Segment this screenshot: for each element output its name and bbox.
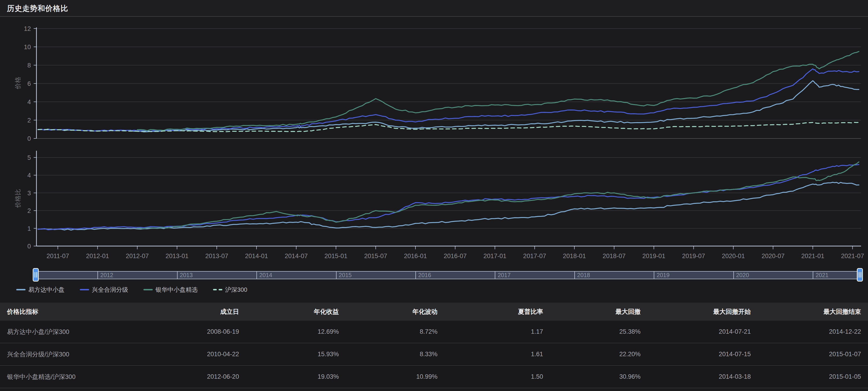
- column-header: 年化收益: [239, 307, 339, 316]
- column-header: 最大回撤: [543, 307, 641, 316]
- table-row: 兴全合润分级/沪深3002010-04-2215.93%8.33%1.6122.…: [0, 343, 868, 366]
- slider-year-segment[interactable]: 2018: [575, 271, 590, 279]
- slider-year-label: 2015: [339, 272, 352, 279]
- table-cell: 2015-01-07: [751, 351, 861, 358]
- table-cell: 2012-06-20: [137, 373, 239, 380]
- legend-item-沪深300[interactable]: 沪深300: [213, 286, 247, 294]
- legend-swatch-icon: [213, 289, 222, 290]
- chart-legend: 易方达中小盘兴全合润分级银华中小盘精选沪深300: [16, 285, 247, 294]
- x-tick-label: 2021-01: [801, 253, 825, 260]
- series-line-易方达中小盘: [38, 81, 859, 132]
- y-tick-label: 3: [27, 190, 31, 197]
- y-tick-label: 2: [27, 117, 31, 124]
- table-cell: 12.69%: [239, 328, 339, 335]
- x-tick-label: 2019-07: [682, 253, 705, 260]
- y-tick-label: 4: [27, 172, 31, 179]
- table-cell: 2008-06-19: [137, 328, 239, 335]
- y-tick-label: 0: [27, 243, 31, 250]
- table-cell: 1.17: [437, 328, 543, 335]
- series-line-银华中小盘精选/沪深300: [137, 162, 859, 229]
- table-cell: 8.33%: [339, 351, 437, 358]
- table-cell: 19.03%: [239, 373, 339, 380]
- table-row: 易方达中小盘/沪深3002008-06-1912.69%8.72%1.1725.…: [0, 321, 868, 343]
- y-tick-label: 5: [27, 154, 31, 161]
- slider-year-segment[interactable]: 2015: [336, 271, 352, 279]
- slider-year-label: 2013: [180, 272, 193, 279]
- table-cell: 2014-03-18: [641, 373, 751, 380]
- x-tick-label: 2011-07: [46, 253, 69, 260]
- x-tick-label: 2016-01: [404, 253, 427, 260]
- y-tick-label: 12: [24, 25, 31, 32]
- column-header: 成立日: [137, 307, 239, 316]
- y-tick-label: 10: [24, 43, 31, 51]
- slider-year-label: 2018: [577, 272, 590, 279]
- table-cell: 2014-12-22: [751, 328, 861, 335]
- slider-year-segment[interactable]: 2013: [177, 271, 193, 279]
- column-header: 最大回撤开始: [641, 307, 751, 316]
- table-cell: 2015-01-05: [751, 373, 861, 380]
- y-tick-label: 1: [27, 225, 31, 232]
- table-cell: 兴全合润分级/沪深300: [0, 350, 137, 359]
- slider-year-segment[interactable]: 2021: [813, 271, 829, 279]
- datazoom-slider[interactable]: 2012201320142015201620172018201920202021: [36, 271, 860, 279]
- legend-label: 银华中小盘精选: [155, 286, 198, 294]
- table-cell: 25.38%: [543, 328, 641, 335]
- slider-year-label: 2020: [736, 272, 749, 279]
- x-tick-label: 2012-01: [86, 253, 109, 260]
- y-tick-label: 0: [27, 135, 31, 142]
- column-header: 夏普比率: [437, 307, 543, 316]
- slider-year-segment[interactable]: 2020: [734, 271, 749, 279]
- price-ratio-table: 价格比指标成立日年化收益年化波动夏普比率最大回撤最大回撤开始最大回撤结束 易方达…: [0, 303, 868, 388]
- table-cell: 15.93%: [239, 351, 339, 358]
- legend-swatch-icon: [16, 289, 26, 290]
- slider-year-label: 2016: [418, 272, 431, 279]
- y-tick-label: 6: [27, 80, 31, 87]
- legend-item-兴全合润分级[interactable]: 兴全合润分级: [80, 286, 128, 294]
- price-and-ratio-chart[interactable]: 024681012价格012345价格比2011-072012-012012-0…: [0, 0, 868, 306]
- x-tick-label: 2020-07: [762, 253, 784, 260]
- column-header: 年化波动: [339, 307, 437, 316]
- slider-year-segment[interactable]: 2017: [495, 271, 510, 279]
- legend-label: 易方达中小盘: [28, 286, 64, 294]
- x-tick-label: 2015-07: [364, 253, 387, 260]
- column-header: 最大回撤结束: [751, 307, 861, 316]
- x-tick-label: 2017-01: [484, 253, 506, 260]
- datazoom-right-handle-icon[interactable]: [857, 268, 863, 282]
- table-cell: 2014-07-15: [641, 351, 751, 358]
- legend-swatch-icon: [80, 289, 89, 290]
- series-line-兴全合润分级/沪深300: [38, 165, 859, 230]
- table-cell: 银华中小盘精选/沪深300: [0, 373, 137, 381]
- table-cell: 30.96%: [543, 373, 641, 380]
- x-tick-label: 2018-01: [563, 253, 586, 260]
- x-tick-label: 2015-01: [324, 253, 347, 260]
- y-axis-name: 价格: [14, 77, 21, 90]
- legend-item-银华中小盘精选[interactable]: 银华中小盘精选: [144, 286, 198, 294]
- slider-year-label: 2017: [498, 272, 510, 279]
- x-tick-label: 2019-01: [643, 253, 665, 260]
- x-tick-label: 2018-07: [603, 253, 626, 260]
- slider-year-segment[interactable]: 2019: [654, 271, 670, 279]
- table-cell: 2010-04-22: [137, 351, 239, 358]
- slider-year-segment[interactable]: 2012: [97, 271, 113, 279]
- y-tick-label: 2: [27, 207, 31, 214]
- table-row: 银华中小盘精选/沪深3002012-06-2019.03%10.99%1.503…: [0, 366, 868, 388]
- slider-year-label: 2019: [657, 272, 670, 279]
- table-cell: 易方达中小盘/沪深300: [0, 328, 137, 336]
- slider-year-segment[interactable]: 2014: [256, 271, 272, 279]
- legend-label: 沪深300: [225, 286, 247, 294]
- table-cell: 1.50: [437, 373, 543, 380]
- x-tick-label: 2014-01: [245, 253, 268, 260]
- table-cell: 1.61: [437, 351, 543, 358]
- slider-year-segment[interactable]: 2016: [415, 271, 431, 279]
- y-axis-name: 价格比: [14, 189, 21, 208]
- table-body: 易方达中小盘/沪深3002008-06-1912.69%8.72%1.1725.…: [0, 321, 868, 388]
- table-cell: 2014-07-21: [641, 328, 751, 335]
- table-cell: 22.20%: [543, 351, 641, 358]
- x-tick-label: 2014-07: [285, 253, 308, 260]
- legend-item-易方达中小盘[interactable]: 易方达中小盘: [16, 286, 64, 294]
- datazoom-left-handle-icon[interactable]: [33, 268, 39, 282]
- series-line-兴全合润分级: [38, 69, 859, 131]
- x-tick-label: 2013-01: [165, 253, 188, 260]
- x-tick-label: 2021-07: [841, 253, 864, 260]
- x-tick-label: 2020-01: [722, 253, 745, 260]
